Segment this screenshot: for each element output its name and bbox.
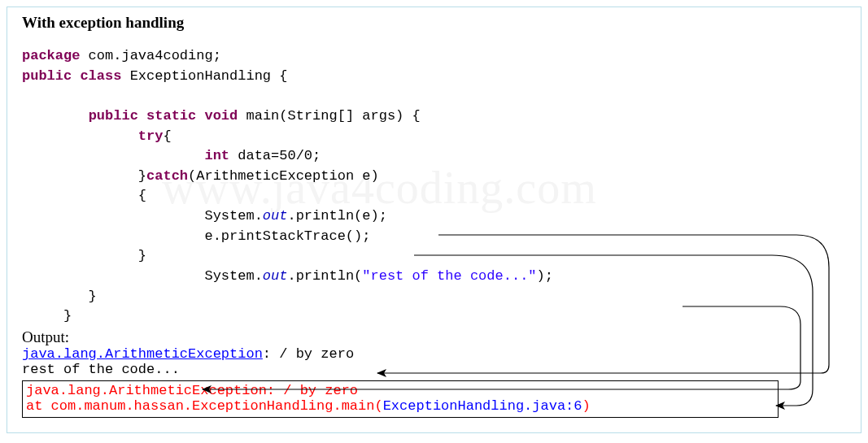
- output-line-1: java.lang.ArithmeticException: / by zero: [22, 346, 846, 362]
- keyword-void: void: [204, 108, 238, 124]
- code-text: main(String[] args) {: [238, 108, 420, 124]
- field-out: out: [263, 268, 288, 284]
- keyword-package: package: [22, 48, 80, 63]
- keyword-try: try: [138, 128, 164, 144]
- output-text: : / by zero: [263, 346, 354, 362]
- trace-line-1: java.lang.ArithmeticException: / by zero: [26, 383, 774, 398]
- code-text: }: [22, 308, 72, 324]
- code-text: ExceptionHandling {: [121, 68, 287, 84]
- keyword-class: class: [80, 68, 121, 84]
- trace-text: at com.manum.hassan.ExceptionHandling.ma…: [26, 398, 383, 414]
- trace-text: ): [582, 398, 591, 414]
- code-text: {: [22, 188, 146, 203]
- keyword-public: public: [89, 108, 138, 124]
- code-example-container: www.java4coding.com With exception handl…: [7, 7, 861, 433]
- output-label: Output:: [22, 328, 846, 346]
- section-title: With exception handling: [22, 14, 846, 32]
- keyword-static: static: [146, 108, 196, 124]
- code-indent: [22, 108, 89, 124]
- stack-trace-box: java.lang.ArithmeticException: / by zero…: [22, 380, 779, 418]
- output-line-2: rest of the code...: [22, 362, 846, 377]
- code-indent: [22, 148, 204, 163]
- code-text: }: [22, 248, 146, 263]
- exception-link[interactable]: java.lang.ArithmeticException: [22, 346, 263, 362]
- code-text: data=50/0;: [229, 148, 321, 163]
- code-text: (ArithmeticException e): [188, 168, 379, 184]
- code-text: e.printStackTrace();: [22, 228, 370, 244]
- keyword-catch: catch: [146, 168, 188, 184]
- code-text: .println(: [287, 268, 362, 284]
- code-text: System.: [22, 268, 263, 284]
- code-text: }: [22, 289, 97, 304]
- code-text: );: [537, 268, 553, 284]
- code-block: package com.java4coding; public class Ex…: [22, 46, 846, 327]
- code-text: {: [163, 128, 171, 144]
- trace-source-link[interactable]: ExceptionHandling.java:6: [383, 398, 582, 414]
- code-text: com.java4coding;: [80, 48, 220, 63]
- content-layer: With exception handling package com.java…: [22, 14, 846, 418]
- trace-line-2: at com.manum.hassan.ExceptionHandling.ma…: [26, 398, 774, 414]
- keyword-int: int: [204, 148, 229, 163]
- code-text: .println(e);: [287, 208, 386, 224]
- code-text: System.: [22, 208, 263, 224]
- code-text: }: [22, 168, 146, 184]
- field-out: out: [263, 208, 288, 224]
- code-indent: [22, 128, 138, 144]
- string-literal: "rest of the code...": [362, 268, 536, 284]
- keyword-public: public: [22, 68, 72, 84]
